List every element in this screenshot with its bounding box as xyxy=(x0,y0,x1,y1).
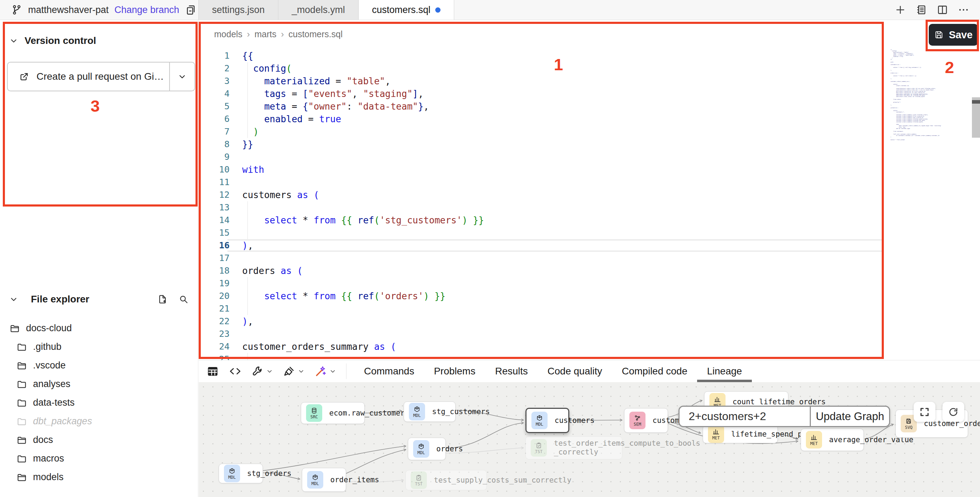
panel-tab-problems[interactable]: Problems xyxy=(424,360,485,382)
code-line-14[interactable]: 14 select * from {{ ref('stg_customers')… xyxy=(199,214,980,226)
fullscreen-button[interactable] xyxy=(914,402,935,422)
copy-icon[interactable] xyxy=(185,4,197,16)
change-branch-link[interactable]: Change branch xyxy=(115,5,179,16)
code-line-19[interactable]: 19 xyxy=(199,277,980,290)
panel-tab-commands[interactable]: Commands xyxy=(354,360,424,382)
code-line-17[interactable]: 17 xyxy=(199,252,980,264)
code-line-10[interactable]: 10with xyxy=(199,163,980,176)
tab-customers.sql[interactable]: customers.sql xyxy=(359,0,455,20)
results-table-icon-button[interactable] xyxy=(207,365,219,378)
tree-item-label: analyses xyxy=(33,379,70,390)
breadcrumb: models›marts›customers.sql xyxy=(214,29,342,39)
node-label: stg_orders xyxy=(247,469,291,478)
lineage-node-ecom.raw_customers[interactable]: SRCecom.raw_customers xyxy=(301,402,365,424)
lineage-canvas[interactable]: 2+customers+2 Update Graph SRCecom.raw_c… xyxy=(199,382,980,497)
lineage-node-stg_orders[interactable]: MDLstg_orders xyxy=(219,464,263,483)
code-line-21[interactable]: 21 xyxy=(199,303,980,315)
chevron-down-icon[interactable] xyxy=(9,295,18,304)
node-badge-MET: MET xyxy=(708,425,724,443)
tree-item-label: data-tests xyxy=(33,397,75,408)
format-broom-icon-button[interactable] xyxy=(283,365,305,378)
editor-minimap[interactable]: {{ config( materialized = "table", tags … xyxy=(891,49,943,151)
code-line-25[interactable]: 25 xyxy=(199,353,980,360)
create-pull-request-main[interactable]: Create a pull request on Gi… xyxy=(8,62,169,91)
tree-item-docs[interactable]: docs xyxy=(0,431,198,449)
create-pull-request-button[interactable]: Create a pull request on Gi… xyxy=(7,62,195,91)
tab-settings.json[interactable]: settings.json xyxy=(198,0,278,20)
ellipsis-icon[interactable] xyxy=(958,4,969,16)
split-panel-icon[interactable] xyxy=(937,4,948,16)
node-badge-MDL: MDL xyxy=(409,403,425,421)
panel-tab-compiled-code[interactable]: Compiled code xyxy=(612,360,697,382)
breadcrumb-item[interactable]: customers.sql xyxy=(288,29,342,39)
breadcrumb-item[interactable]: marts xyxy=(255,29,277,39)
code-line-9[interactable]: 9 xyxy=(199,151,980,163)
tree-item-models[interactable]: models xyxy=(0,468,198,486)
tree-item-.github[interactable]: .github xyxy=(0,338,198,356)
code-line-22[interactable]: 22), xyxy=(199,315,980,328)
breadcrumb-item[interactable]: models xyxy=(214,29,243,39)
code-line-11[interactable]: 11 xyxy=(199,176,980,189)
line-number: 15 xyxy=(199,226,229,239)
plus-icon[interactable] xyxy=(894,4,906,16)
lineage-node-average_order_value[interactable]: METaverage_order_value xyxy=(801,429,864,451)
git-branch-icon xyxy=(11,4,22,16)
lineage-node-customers[interactable]: MDLcustomers xyxy=(525,408,570,433)
code-icon-button[interactable] xyxy=(229,365,242,378)
tree-item-macros[interactable]: macros xyxy=(0,449,198,468)
node-label: customers xyxy=(555,416,595,425)
lineage-node-test_supply_costs_sum_correctly[interactable]: TSTtest_supply_costs_sum_correctly xyxy=(406,470,487,490)
code-line-16[interactable]: 16), xyxy=(199,239,980,252)
panel-tab-code-quality[interactable]: Code quality xyxy=(538,360,612,382)
editor-tabs: settings.json_models.ymlcustomers.sql xyxy=(198,0,454,20)
code-line-1[interactable]: 1{{ xyxy=(199,49,980,62)
node-label: count_lifetime_orders xyxy=(733,398,826,406)
code-line-15[interactable]: 15 xyxy=(199,226,980,239)
version-control-header[interactable]: Version control xyxy=(9,35,96,46)
code-text: customer_orders_summary as ( xyxy=(242,340,396,353)
code-line-5[interactable]: 5 meta = {"owner": "data-team"}, xyxy=(199,100,980,113)
tree-item-dbt_packages[interactable]: dbt_packages xyxy=(0,412,198,431)
new-file-icon[interactable] xyxy=(157,294,168,304)
pull-request-dropdown-button[interactable] xyxy=(169,62,194,91)
search-icon[interactable] xyxy=(178,294,189,304)
code-line-18[interactable]: 18orders as ( xyxy=(199,264,980,277)
save-button[interactable]: Save xyxy=(929,24,978,46)
code-line-20[interactable]: 20 select * from {{ ref('orders') }} xyxy=(199,290,980,303)
tree-item-docs-cloud[interactable]: docs-cloud xyxy=(0,319,198,338)
tree-item-label: .github xyxy=(33,341,61,352)
code-line-24[interactable]: 24customer_orders_summary as ( xyxy=(199,340,980,353)
line-number: 7 xyxy=(199,125,229,138)
update-graph-button[interactable]: Update Graph xyxy=(810,407,889,426)
tree-item-data-tests[interactable]: data-tests xyxy=(0,393,198,412)
code-line-4[interactable]: 4 tags = ["events", "staging"], xyxy=(199,88,980,100)
refresh-button[interactable] xyxy=(942,402,964,422)
lineage-node-stg_customers[interactable]: MDLstg_customers xyxy=(404,401,456,422)
lineage-node-lifetime_spend_pretax[interactable]: METlifetime_spend_pretax xyxy=(703,425,778,443)
lineage-node-test_order_items_compute_to_bools_correctly[interactable]: TSTtest_order_items_compute_to_bools _co… xyxy=(525,436,622,459)
lineage-node-orders[interactable]: MDLorders xyxy=(408,438,446,460)
code-line-2[interactable]: 2 config( xyxy=(199,62,980,75)
breadcrumb-separator: › xyxy=(247,29,250,39)
tab-_models.yml[interactable]: _models.yml xyxy=(278,0,359,20)
build-wrench-icon-button[interactable] xyxy=(251,365,273,378)
tree-item-analyses[interactable]: analyses xyxy=(0,375,198,393)
code-line-12[interactable]: 12customers as ( xyxy=(199,189,980,201)
code-line-7[interactable]: 7 ) xyxy=(199,125,980,138)
code-line-6[interactable]: 6 enabled = true xyxy=(199,113,980,125)
code-area[interactable]: 1{{2 config(3 materialized = "table",4 t… xyxy=(199,49,980,360)
results-table-icon xyxy=(207,365,219,378)
editor-scrollbar-thumb[interactable] xyxy=(972,100,980,104)
panel-tab-results[interactable]: Results xyxy=(485,360,538,382)
code-line-3[interactable]: 3 materialized = "table", xyxy=(199,75,980,88)
lineage-node-customers[interactable]: SEMcustomers xyxy=(624,408,668,433)
code-line-13[interactable]: 13 xyxy=(199,201,980,214)
tree-item-.vscode[interactable]: .vscode xyxy=(0,356,198,375)
code-line-8[interactable]: 8}} xyxy=(199,138,980,151)
lineage-node-order_items[interactable]: MDLorder_items xyxy=(302,468,346,492)
lineage-selector-input[interactable]: 2+customers+2 xyxy=(679,407,810,426)
code-line-23[interactable]: 23 xyxy=(199,328,980,340)
copilot-wand-icon-button[interactable] xyxy=(315,365,336,378)
panel-tab-lineage[interactable]: Lineage xyxy=(697,360,752,382)
notebook-icon[interactable] xyxy=(915,4,928,16)
